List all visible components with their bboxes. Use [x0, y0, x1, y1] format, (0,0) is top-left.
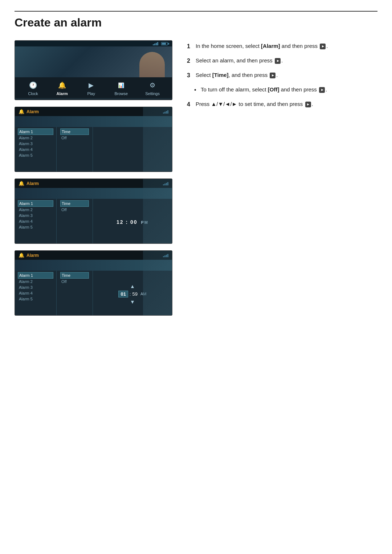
- instruction-text-2: Select an alarm, and then press .: [196, 57, 377, 65]
- nav-item-alarm[interactable]: 🔔 Alarm: [56, 80, 68, 96]
- alarm-options-col-2: Time Off: [57, 199, 93, 244]
- alarm-list-item-3-3[interactable]: Alarm 3: [18, 284, 53, 290]
- alarm-screen-3-body: Alarm 1 Alarm 2 Alarm 3 Alarm 4 Alarm 5 …: [15, 271, 172, 316]
- settings-nav-icon: ⚙: [147, 80, 158, 90]
- play-nav-label: Play: [87, 91, 95, 96]
- alarm-screen-2-body: Alarm 1 Alarm 2 Alarm 3 Alarm 4 Alarm 5 …: [15, 199, 172, 244]
- time-hour-value: 01: [118, 291, 128, 297]
- alarm-list-item-2-1[interactable]: Alarm 1: [18, 200, 53, 207]
- home-screen-panel: 🕐 Clock 🔔 Alarm ▶ Play 📊 Browse ⚙ S: [15, 40, 172, 100]
- play-button-icon-1: [320, 44, 326, 49]
- right-column: 1 In the home screen, select [Alarm] and…: [187, 40, 377, 115]
- instruction-number-2: 2: [187, 57, 193, 65]
- alarm-list-item-1-4[interactable]: Alarm 4: [18, 147, 53, 152]
- home-topbar: [15, 41, 172, 46]
- alarm-nav-label: Alarm: [57, 91, 68, 96]
- topbar-right: [153, 42, 169, 45]
- play-button-icon-2: [275, 58, 281, 64]
- alarm-list-item-3-1[interactable]: Alarm 1: [18, 272, 53, 279]
- screen-bg-right-2: [143, 179, 172, 243]
- clock-nav-label: Clock: [28, 91, 38, 96]
- alarm-options-col-1: Time Off: [57, 127, 93, 172]
- alarm-nav-icon: 🔔: [56, 80, 68, 90]
- alarm-list-item-3-4[interactable]: Alarm 4: [18, 290, 53, 296]
- screen-bg-right-3: [143, 251, 172, 315]
- bullet-text: To turn off the alarm, select [Off] and …: [201, 86, 377, 94]
- bullet-instruction: • To turn off the alarm, select [Off] an…: [187, 86, 377, 94]
- alarm-header-icon-3: 🔔: [19, 253, 24, 258]
- alarm-option-off-2[interactable]: Off: [60, 207, 89, 213]
- nav-item-play[interactable]: ▶ Play: [85, 80, 97, 96]
- content-wrapper: 🕐 Clock 🔔 Alarm ▶ Play 📊 Browse ⚙ S: [15, 40, 377, 316]
- time-colon: :: [130, 291, 131, 297]
- instruction-number-3: 3: [187, 71, 193, 80]
- instruction-text-1: In the home screen, select [Alarm] and t…: [196, 42, 377, 51]
- alarm-screen-2-panel: 🔔 Alarm Alarm 1 Alarm 2 Alarm 3 Alarm 4 …: [15, 178, 172, 244]
- alarm-list-item-3-2[interactable]: Alarm 2: [18, 279, 53, 284]
- screen-bg-right-1: [143, 107, 172, 172]
- alarm-list-item-1-1[interactable]: Alarm 1: [18, 128, 53, 135]
- alarm-list-item-2-2[interactable]: Alarm 2: [18, 207, 53, 213]
- clock-nav-icon: 🕐: [27, 80, 39, 90]
- alarm-screen-3-panel: 🔔 Alarm Alarm 1 Alarm 2 Alarm 3 Alarm 4 …: [15, 250, 172, 316]
- alarm-header-icon-1: 🔔: [19, 109, 24, 114]
- time-arrow-down: ▼: [130, 299, 135, 305]
- alarm-option-off-3[interactable]: Off: [60, 279, 89, 284]
- settings-nav-label: Settings: [145, 91, 160, 96]
- left-column: 🕐 Clock 🔔 Alarm ▶ Play 📊 Browse ⚙ S: [15, 40, 172, 316]
- alarm-header-title-2: Alarm: [26, 181, 39, 186]
- instruction-1: 1 In the home screen, select [Alarm] and…: [187, 42, 377, 51]
- alarm-option-time-3[interactable]: Time: [60, 272, 89, 279]
- time-row-selected: 01 : 59 AM: [118, 291, 146, 297]
- alarm-list-item-1-3[interactable]: Alarm 3: [18, 141, 53, 147]
- play-button-icon-bullet: [319, 87, 325, 93]
- time-with-arrows: ▲ 01 : 59 AM ▼: [118, 283, 146, 305]
- time-minute-value: 59: [132, 291, 138, 297]
- alarm-options-col-3: Time Off: [57, 271, 93, 316]
- alarm-list-item-3-5[interactable]: Alarm 5: [18, 296, 53, 302]
- alarm-list-col-1: Alarm 1 Alarm 2 Alarm 3 Alarm 4 Alarm 5: [15, 127, 57, 172]
- instruction-4: 4 Press ▲/▼/◄/► to set time, and then pr…: [187, 100, 377, 109]
- time-arrow-up: ▲: [130, 283, 135, 289]
- instruction-text-4: Press ▲/▼/◄/► to set time, and then pres…: [196, 100, 377, 109]
- alarm-list-item-2-4[interactable]: Alarm 4: [18, 218, 53, 224]
- nav-item-clock[interactable]: 🕐 Clock: [27, 80, 39, 96]
- browse-nav-label: Browse: [114, 91, 128, 96]
- nav-item-settings[interactable]: ⚙ Settings: [145, 80, 160, 96]
- alarm-list-col-2: Alarm 1 Alarm 2 Alarm 3 Alarm 4 Alarm 5: [15, 199, 57, 244]
- alarm-list-item-2-3[interactable]: Alarm 3: [18, 213, 53, 218]
- home-bg-image: [15, 46, 172, 77]
- browse-nav-icon: 📊: [115, 80, 127, 90]
- instruction-number-1: 1: [187, 42, 193, 51]
- alarm-screen-1-panel: 🔔 Alarm Alarm 1 Alarm 2 Alarm 3 Alarm 4 …: [15, 107, 172, 172]
- play-button-icon-3: [270, 73, 275, 78]
- alarm-screen-1-body: Alarm 1 Alarm 2 Alarm 3 Alarm 4 Alarm 5 …: [15, 127, 172, 172]
- play-button-icon-4: [305, 102, 311, 107]
- alarm-option-time-2[interactable]: Time: [60, 200, 89, 207]
- bg-person: [139, 52, 165, 77]
- instruction-3: 3 Select [Time], and then press .: [187, 71, 377, 80]
- alarm-option-time-1[interactable]: Time: [60, 128, 89, 135]
- instruction-number-4: 4: [187, 100, 193, 109]
- alarm-list-item-1-2[interactable]: Alarm 2: [18, 135, 53, 141]
- alarm-header-title-3: Alarm: [26, 253, 39, 258]
- instruction-2: 2 Select an alarm, and then press .: [187, 57, 377, 65]
- home-nav-bar: 🕐 Clock 🔔 Alarm ▶ Play 📊 Browse ⚙ S: [15, 77, 172, 98]
- alarm-header-title-1: Alarm: [26, 109, 39, 114]
- alarm-list-item-1-5[interactable]: Alarm 5: [18, 152, 53, 158]
- signal-icon: [153, 42, 158, 45]
- page-title: Create an alarm: [15, 11, 377, 29]
- bullet-dot: •: [194, 86, 198, 94]
- alarm-list-item-2-5[interactable]: Alarm 5: [18, 224, 53, 230]
- instruction-text-3: Select [Time], and then press .: [196, 71, 377, 80]
- alarm-option-off-1[interactable]: Off: [60, 135, 89, 141]
- nav-item-browse[interactable]: 📊 Browse: [114, 80, 128, 96]
- battery-icon: [161, 42, 169, 45]
- alarm-header-icon-2: 🔔: [19, 181, 24, 186]
- alarm-list-col-3: Alarm 1 Alarm 2 Alarm 3 Alarm 4 Alarm 5: [15, 271, 57, 316]
- play-nav-icon: ▶: [85, 80, 97, 90]
